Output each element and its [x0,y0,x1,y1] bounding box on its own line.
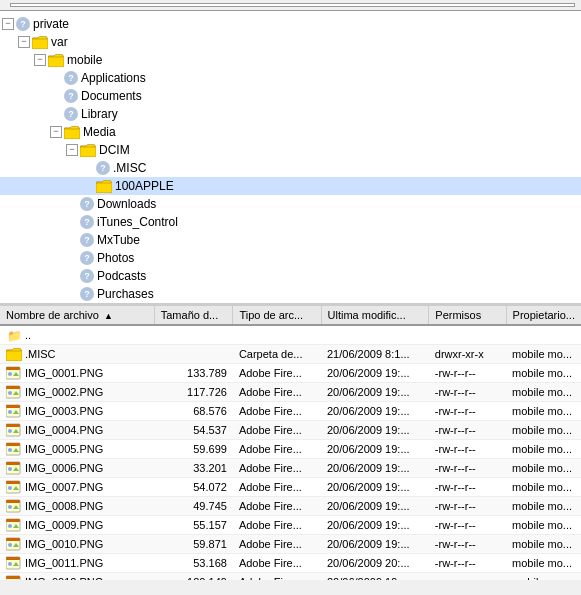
tree-item-var[interactable]: var [0,33,581,51]
file-name: IMG_0003.PNG [25,405,103,417]
table-row[interactable]: IMG_0003.PNG68.576Adobe Fire...20/06/200… [0,402,581,421]
file-modified: 20/06/2009 19:... [321,516,429,535]
table-row[interactable]: IMG_0007.PNG54.072Adobe Fire...20/06/200… [0,478,581,497]
tree-label: Media [83,125,116,139]
table-row[interactable]: IMG_0012.PNG120.149Adobe Fire...20/06/20… [0,573,581,581]
file-name-cell[interactable]: IMG_0004.PNG [0,421,154,440]
table-row[interactable]: 📁.. [0,325,581,345]
tree-toggle[interactable] [0,16,16,32]
tree-panel[interactable]: ?private var mobile?Applications?Documen… [0,11,581,306]
file-name-cell[interactable]: IMG_0006.PNG [0,459,154,478]
svg-rect-48 [6,557,20,560]
svg-rect-36 [6,500,20,503]
table-row[interactable]: IMG_0011.PNG53.168Adobe Fire...20/06/200… [0,554,581,573]
table-row[interactable]: IMG_0009.PNG55.157Adobe Fire...20/06/200… [0,516,581,535]
tree-label: DCIM [99,143,130,157]
file-name-cell[interactable]: IMG_0012.PNG [0,573,154,581]
file-type: Adobe Fire... [233,478,321,497]
file-modified: 20/06/2009 19:... [321,478,429,497]
tree-toggle [80,178,96,194]
file-modified: 21/06/2009 8:1... [321,345,429,364]
col-header-size[interactable]: Tamaño d... [154,306,233,325]
file-name-cell[interactable]: IMG_0010.PNG [0,535,154,554]
tree-item-documents[interactable]: ?Documents [0,87,581,105]
file-size: 33.201 [154,459,233,478]
file-name: IMG_0010.PNG [25,538,103,550]
file-size: 68.576 [154,402,233,421]
file-size [154,325,233,345]
tree-item-itunes_control[interactable]: ?iTunes_Control [0,213,581,231]
file-permissions: -rw-r--r-- [429,364,506,383]
file-owner: mobile mo... [506,497,581,516]
file-permissions: -rw-r--r-- [429,516,506,535]
tree-item-podcasts[interactable]: ?Podcasts [0,267,581,285]
tree-item-media[interactable]: Media [0,123,581,141]
file-modified: 20/06/2009 19:... [321,459,429,478]
file-name-cell[interactable]: 📁.. [0,325,154,345]
file-owner [506,325,581,345]
table-row[interactable]: IMG_0008.PNG49.745Adobe Fire...20/06/200… [0,497,581,516]
question-icon: ? [80,269,94,283]
tree-item-private[interactable]: ?private [0,15,581,33]
tree-toggle[interactable] [32,52,48,68]
tree-item-mxtube[interactable]: ?MxTube [0,231,581,249]
col-header-permissions[interactable]: Permisos [429,306,506,325]
file-name-cell[interactable]: .MISC [0,345,154,364]
file-icon [6,518,22,532]
file-name: .. [25,329,31,341]
svg-rect-32 [6,481,20,484]
tree-item-mobile[interactable]: mobile [0,51,581,69]
tree-item-misc[interactable]: ?.MISC [0,159,581,177]
file-name-cell[interactable]: IMG_0005.PNG [0,440,154,459]
file-table: Nombre de archivo ▲Tamaño d...Tipo de ar… [0,306,581,580]
file-modified: 20/06/2009 19:... [321,535,429,554]
file-table-wrapper[interactable]: Nombre de archivo ▲Tamaño d...Tipo de ar… [0,306,581,580]
file-icon [6,385,22,399]
folder-icon [80,143,96,157]
tree-item-downloads[interactable]: ?Downloads [0,195,581,213]
tree-item-applications[interactable]: ?Applications [0,69,581,87]
file-size: 59.871 [154,535,233,554]
tree-label: Podcasts [97,269,146,283]
file-name: IMG_0011.PNG [25,557,103,569]
file-name-cell[interactable]: IMG_0003.PNG [0,402,154,421]
tree-item-100apple[interactable]: 100APPLE [0,177,581,195]
tree-item-library[interactable]: ?Library [0,105,581,123]
tree-item-dcim[interactable]: DCIM [0,141,581,159]
svg-point-33 [8,486,12,490]
file-name: IMG_0001.PNG [25,367,103,379]
file-owner: mobile mo... [506,345,581,364]
file-name-cell[interactable]: IMG_0009.PNG [0,516,154,535]
table-row[interactable]: IMG_0006.PNG33.201Adobe Fire...20/06/200… [0,459,581,478]
file-type: Carpeta de... [233,345,321,364]
tree-item-purchases[interactable]: ?Purchases [0,285,581,303]
tree-toggle [80,160,96,176]
tree-toggle [48,70,64,86]
file-name-cell[interactable]: IMG_0011.PNG [0,554,154,573]
col-header-owner[interactable]: Propietario... [506,306,581,325]
svg-rect-52 [6,576,20,579]
table-row[interactable]: IMG_0002.PNG117.726Adobe Fire...20/06/20… [0,383,581,402]
col-header-modified[interactable]: Ultima modific... [321,306,429,325]
table-row[interactable]: IMG_0010.PNG59.871Adobe Fire...20/06/200… [0,535,581,554]
sort-arrow: ▲ [104,311,113,321]
file-size: 59.699 [154,440,233,459]
col-header-type[interactable]: Tipo de arc... [233,306,321,325]
file-name-cell[interactable]: IMG_0002.PNG [0,383,154,402]
question-icon: ? [64,107,78,121]
table-row[interactable]: .MISCCarpeta de...21/06/2009 8:1...drwxr… [0,345,581,364]
tree-toggle[interactable] [64,142,80,158]
table-row[interactable]: IMG_0004.PNG54.537Adobe Fire...20/06/200… [0,421,581,440]
tree-toggle [48,106,64,122]
file-name-cell[interactable]: IMG_0008.PNG [0,497,154,516]
tree-toggle[interactable] [16,34,32,50]
col-header-name[interactable]: Nombre de archivo ▲ [0,306,154,325]
file-panel: Nombre de archivo ▲Tamaño d...Tipo de ar… [0,306,581,580]
tree-toggle[interactable] [48,124,64,140]
file-icon [6,423,22,437]
file-name-cell[interactable]: IMG_0001.PNG [0,364,154,383]
tree-item-photos[interactable]: ?Photos [0,249,581,267]
table-row[interactable]: IMG_0005.PNG59.699Adobe Fire...20/06/200… [0,440,581,459]
file-name-cell[interactable]: IMG_0007.PNG [0,478,154,497]
table-row[interactable]: IMG_0001.PNG133.789Adobe Fire...20/06/20… [0,364,581,383]
